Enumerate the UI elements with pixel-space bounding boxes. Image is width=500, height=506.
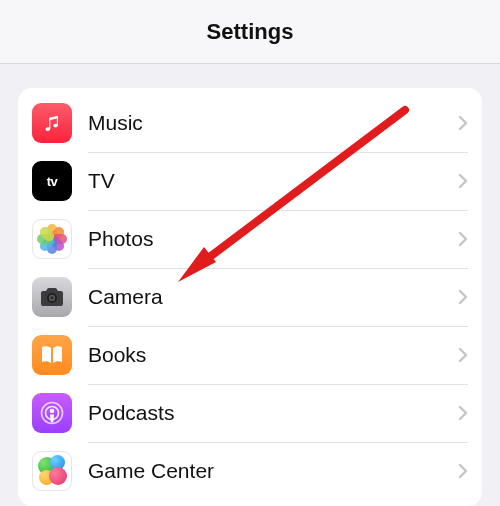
svg-point-2: [51, 297, 54, 300]
chevron-right-icon: [458, 231, 468, 247]
settings-row-music[interactable]: Music: [18, 94, 482, 152]
chevron-right-icon: [458, 115, 468, 131]
books-icon: [32, 335, 72, 375]
header: Settings: [0, 0, 500, 64]
settings-row-books[interactable]: Books: [18, 326, 482, 384]
row-label: TV: [88, 169, 452, 193]
chevron-right-icon: [458, 405, 468, 421]
photos-icon: [32, 219, 72, 259]
row-label: Camera: [88, 285, 452, 309]
music-glyph-icon: [41, 112, 63, 134]
chevron-right-icon: [458, 289, 468, 305]
row-label: Books: [88, 343, 452, 367]
camera-icon: [32, 277, 72, 317]
music-icon: [32, 103, 72, 143]
settings-row-game-center[interactable]: Game Center: [18, 442, 482, 500]
row-label: Photos: [88, 227, 452, 251]
settings-row-tv[interactable]: tv TV: [18, 152, 482, 210]
row-label: Podcasts: [88, 401, 452, 425]
chevron-right-icon: [458, 173, 468, 189]
row-label: Music: [88, 111, 452, 135]
settings-group: Music tv TV Photos: [18, 88, 482, 506]
svg-point-5: [50, 409, 55, 414]
podcasts-icon: [32, 393, 72, 433]
settings-row-camera[interactable]: Camera: [18, 268, 482, 326]
tv-icon: tv: [32, 161, 72, 201]
settings-row-podcasts[interactable]: Podcasts: [18, 384, 482, 442]
settings-row-photos[interactable]: Photos: [18, 210, 482, 268]
row-label: Game Center: [88, 459, 452, 483]
game-center-icon: [32, 451, 72, 491]
chevron-right-icon: [458, 463, 468, 479]
chevron-right-icon: [458, 347, 468, 363]
page-title: Settings: [207, 19, 294, 45]
